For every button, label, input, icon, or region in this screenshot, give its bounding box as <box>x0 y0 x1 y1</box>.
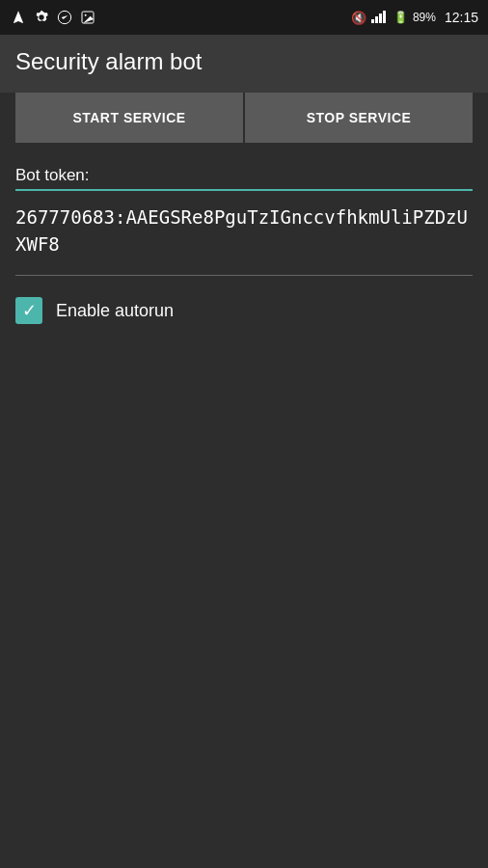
battery-percentage: 89% <box>413 11 436 24</box>
start-service-button[interactable]: START SERVICE <box>15 93 243 143</box>
svg-rect-3 <box>371 19 374 23</box>
battery-icon: 🔋 <box>393 11 408 24</box>
telegram-icon <box>56 9 73 26</box>
checkmark-icon: ✓ <box>22 302 37 319</box>
autorun-label: Enable autorun <box>56 301 174 321</box>
token-label: Bot token: <box>15 166 473 185</box>
image-icon <box>79 9 96 26</box>
status-right: 🔇 🔋 89% 12:15 <box>351 10 478 26</box>
navigation-icon <box>10 9 27 26</box>
stop-service-button[interactable]: STOP SERVICE <box>245 93 473 143</box>
mute-icon: 🔇 <box>351 11 366 25</box>
token-value[interactable]: 267770683:AAEGSRe8PguTzIGnccvfhkmUliPZDz… <box>15 204 473 271</box>
status-bar: 🔇 🔋 89% 12:15 <box>0 0 488 35</box>
svg-point-2 <box>85 14 87 16</box>
svg-rect-4 <box>375 16 378 23</box>
svg-rect-6 <box>383 11 386 23</box>
service-buttons: START SERVICE STOP SERVICE <box>15 93 473 143</box>
time-display: 12:15 <box>445 10 478 25</box>
main-content: START SERVICE STOP SERVICE Bot token: 26… <box>0 93 488 324</box>
svg-rect-5 <box>379 14 382 23</box>
token-underline <box>15 189 473 191</box>
autorun-section: ✓ Enable autorun <box>15 297 473 324</box>
token-section: Bot token: 267770683:AAEGSRe8PguTzIGnccv… <box>15 166 473 276</box>
settings-icon <box>33 9 50 26</box>
page-title: Security alarm bot <box>15 48 473 75</box>
signal-icon <box>371 10 389 26</box>
status-icons-left <box>10 9 96 26</box>
token-bottom-divider <box>15 275 473 276</box>
autorun-checkbox[interactable]: ✓ <box>15 297 42 324</box>
title-bar: Security alarm bot <box>0 35 488 93</box>
